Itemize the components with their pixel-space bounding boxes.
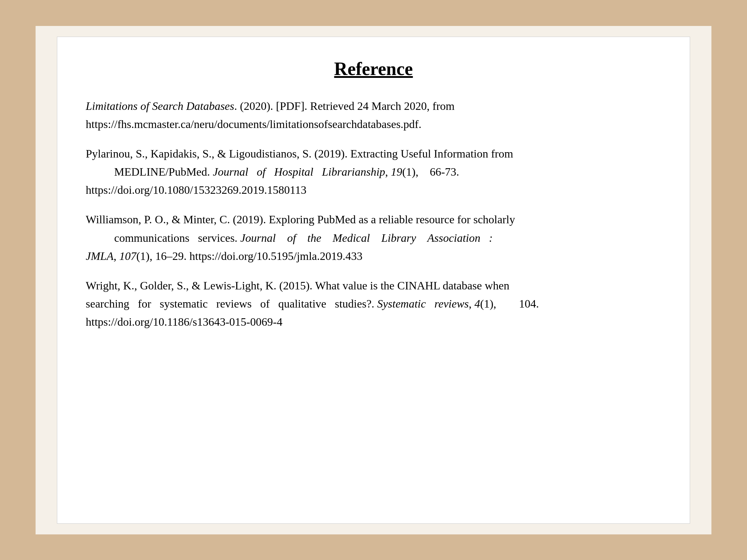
- page-wrapper: Reference Limitations of Search Database…: [36, 26, 711, 534]
- reference-4: Wright, K., Golder, S., & Lewis-Light, K…: [86, 277, 661, 331]
- reference-2: Pylarinou, S., Kapidakis, S., & Ligoudis…: [86, 145, 661, 199]
- content-card: Reference Limitations of Search Database…: [57, 37, 690, 524]
- ref4-line2: searching for systematic reviews of qual…: [86, 297, 539, 310]
- ref2-line1: Pylarinou, S., Kapidakis, S., & Ligoudis…: [86, 147, 513, 160]
- ref1-title: Limitations of Search Databases: [86, 100, 234, 112]
- title-section: Reference: [86, 58, 661, 79]
- reference-1: Limitations of Search Databases. (2020).…: [86, 97, 661, 133]
- page-title: Reference: [86, 58, 661, 79]
- ref2-line2: MEDLINE/PubMed. Journal of Hospital Libr…: [86, 163, 459, 181]
- ref4-doi: https://doi.org/10.1186/s13643-015-0069-…: [86, 315, 282, 328]
- ref3-line2: communications services. Journal of the …: [86, 229, 493, 247]
- ref4-line1: Wright, K., Golder, S., & Lewis-Light, K…: [86, 279, 509, 292]
- ref2-doi: https://doi.org/10.1080/15323269.2019.15…: [86, 183, 306, 196]
- ref3-line3: JMLA, 107(1), 16–29. https://doi.org/10.…: [86, 250, 362, 262]
- ref1-line1: Limitations of Search Databases. (2020).…: [86, 100, 455, 112]
- references-container: Limitations of Search Databases. (2020).…: [86, 97, 661, 343]
- ref3-line1: Williamson, P. O., & Minter, C. (2019). …: [86, 213, 515, 226]
- reference-3: Williamson, P. O., & Minter, C. (2019). …: [86, 210, 661, 265]
- ref1-url: https://fhs.mcmaster.ca/neru/documents/l…: [86, 118, 422, 130]
